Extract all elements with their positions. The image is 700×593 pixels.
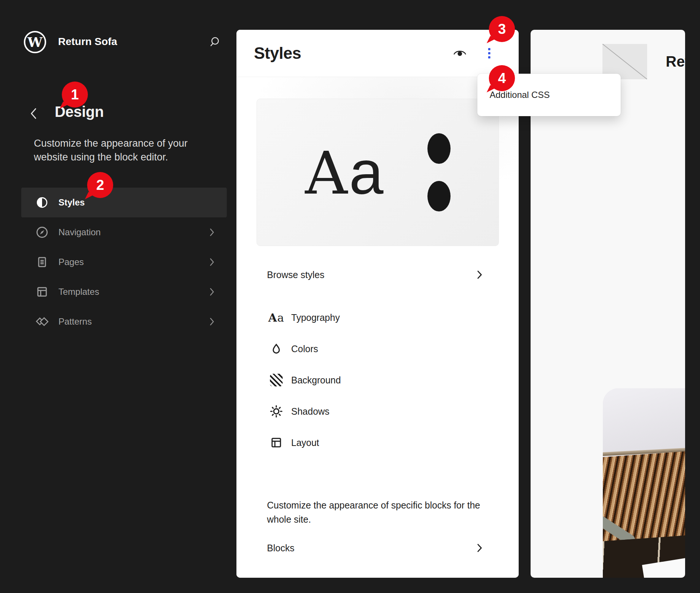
sidebar-item-label: Patterns [58, 316, 92, 327]
sidebar-item-label: Navigation [58, 227, 101, 237]
hatch-stripes-icon [268, 374, 284, 386]
sidebar-item-patterns[interactable]: Patterns [21, 307, 227, 337]
annotation-badge-4: 4 [489, 65, 515, 91]
section-label: Shadows [291, 406, 330, 417]
navigation-compass-icon [35, 225, 49, 239]
chevron-right-icon [477, 270, 482, 280]
sidebar-description: Customize the appearance of your website… [34, 137, 209, 164]
style-sections-list: Aa Typography Colors Background [267, 302, 482, 458]
sidebar-item-pages[interactable]: Pages [21, 247, 227, 277]
droplet-icon [268, 342, 284, 356]
styles-panel: Styles A a [236, 30, 519, 578]
style-preview-card[interactable]: A a [257, 99, 499, 246]
site-editor-page: W Return Sofa Design Customize the appea… [0, 0, 700, 593]
sidebar-item-label: Styles [58, 197, 85, 208]
templates-layout-icon [35, 285, 49, 299]
chevron-right-icon [209, 228, 214, 237]
section-label: Layout [291, 437, 319, 448]
site-title: Return Sofa [58, 36, 117, 48]
style-preview-letters: A a [305, 141, 383, 203]
sidebar-item-styles[interactable]: Styles [21, 188, 227, 217]
chevron-right-icon [209, 258, 214, 267]
sofa-photo [603, 388, 685, 578]
section-label: Colors [291, 344, 318, 354]
back-button[interactable] [26, 106, 41, 121]
sidebar-item-navigation[interactable]: Navigation [21, 217, 227, 247]
blocks-label: Blocks [267, 543, 295, 554]
annotation-badge-2: 2 [87, 172, 113, 198]
preview-site-heading: Ret [666, 51, 685, 72]
styles-panel-header: Styles [236, 30, 519, 77]
photo-wall-area [603, 388, 685, 455]
menu-item-additional-css[interactable]: Additional CSS [490, 90, 550, 100]
chevron-right-icon [209, 317, 214, 326]
preview-letter-serif: A [305, 144, 347, 203]
section-background[interactable]: Background [267, 364, 482, 396]
search-icon [209, 35, 221, 48]
vertical-ellipsis-icon [488, 52, 490, 54]
preview-dot [427, 181, 451, 211]
preview-dot [427, 133, 451, 164]
browse-styles-label: Browse styles [267, 270, 324, 280]
styles-actions-button[interactable] [483, 45, 496, 61]
editor-sidebar: W Return Sofa Design Customize the appea… [0, 0, 236, 593]
styles-panel-title: Styles [254, 44, 301, 63]
search-button[interactable] [207, 34, 223, 50]
section-shadows[interactable]: Shadows [267, 396, 482, 427]
wordpress-logo-letter: W [28, 35, 42, 49]
section-colors[interactable]: Colors [267, 333, 482, 364]
patterns-diamonds-icon [35, 315, 49, 329]
annotation-badge-3: 3 [489, 16, 515, 42]
preview-letter-sans: a [349, 141, 383, 203]
chevron-right-icon [477, 543, 482, 553]
section-layout[interactable]: Layout [267, 427, 482, 458]
styles-half-circle-icon [35, 195, 49, 210]
design-menu: Styles Navigation [21, 188, 227, 337]
vertical-ellipsis-icon [488, 56, 490, 58]
sun-brightness-icon [268, 404, 284, 418]
style-preview-dots [427, 133, 451, 211]
preview-styles-button[interactable] [452, 45, 468, 61]
sidebar-item-templates[interactable]: Templates [21, 277, 227, 307]
chevron-left-icon [30, 108, 37, 119]
typography-aa-icon: Aa [268, 311, 284, 324]
sidebar-item-label: Templates [58, 287, 99, 297]
sidebar-item-label: Pages [58, 257, 84, 267]
blocks-hint-text: Customize the appearance of specific blo… [267, 498, 485, 526]
layout-grid-icon [268, 436, 284, 449]
eye-icon [453, 48, 467, 58]
wordpress-logo-icon[interactable]: W [24, 31, 46, 53]
section-label: Typography [291, 312, 340, 323]
chevron-right-icon [209, 287, 214, 296]
section-label: Background [291, 375, 341, 386]
pages-document-icon [35, 255, 49, 269]
annotation-badge-1: 1 [62, 82, 88, 108]
blocks-button[interactable]: Blocks [267, 537, 482, 559]
browse-styles-button[interactable]: Browse styles [267, 264, 482, 286]
vertical-ellipsis-icon [488, 48, 490, 50]
section-typography[interactable]: Aa Typography [267, 302, 482, 333]
